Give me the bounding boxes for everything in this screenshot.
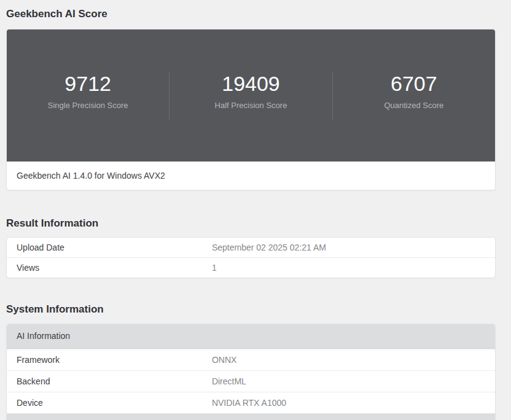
result-information-table: Upload Date September 02 2025 02:21 AM V…	[6, 237, 496, 278]
row-label: Upload Date	[7, 238, 212, 257]
table-row: Device NVIDIA RTX A1000	[7, 392, 495, 413]
system-information-rows: Framework ONNX Backend DirectML Device N…	[7, 349, 495, 413]
score-value: 19409	[170, 72, 332, 95]
score-column: 19409 Half Precision Score	[169, 72, 332, 120]
row-value: ONNX	[212, 349, 495, 370]
row-label: Backend	[7, 371, 212, 392]
table-section-header-cutoff	[7, 413, 495, 420]
score-value: 6707	[333, 72, 495, 95]
score-column: 6707 Quantized Score	[332, 72, 495, 120]
row-value: DirectML	[212, 371, 495, 392]
row-value: September 02 2025 02:21 AM	[212, 238, 495, 257]
score-label: Quantized Score	[333, 101, 495, 110]
score-label: Single Precision Score	[7, 101, 169, 110]
score-banner: 9712 Single Precision Score 19409 Half P…	[7, 29, 495, 161]
table-row: Upload Date September 02 2025 02:21 AM	[7, 238, 495, 257]
score-card: 9712 Single Precision Score 19409 Half P…	[6, 29, 496, 190]
row-label: Views	[7, 258, 212, 278]
row-value: 1	[212, 258, 495, 278]
row-label: Framework	[7, 349, 212, 370]
row-label: Device	[7, 392, 212, 413]
table-row: Framework ONNX	[7, 349, 495, 370]
table-row: Views 1	[7, 257, 495, 278]
system-information-table: AI Information Framework ONNX Backend Di…	[6, 324, 496, 420]
score-value: 9712	[7, 72, 169, 95]
score-column: 9712 Single Precision Score	[7, 72, 169, 120]
benchmark-version-label: Geekbench AI 1.4.0 for Windows AVX2	[7, 161, 495, 190]
system-information-title: System Information	[6, 303, 496, 315]
table-row: Backend DirectML	[7, 370, 495, 392]
row-value: NVIDIA RTX A1000	[212, 392, 495, 413]
page-title: Geekbench AI Score	[6, 8, 496, 20]
table-section-header: AI Information	[7, 324, 495, 349]
score-label: Half Precision Score	[170, 101, 332, 110]
result-information-title: Result Information	[6, 217, 496, 229]
